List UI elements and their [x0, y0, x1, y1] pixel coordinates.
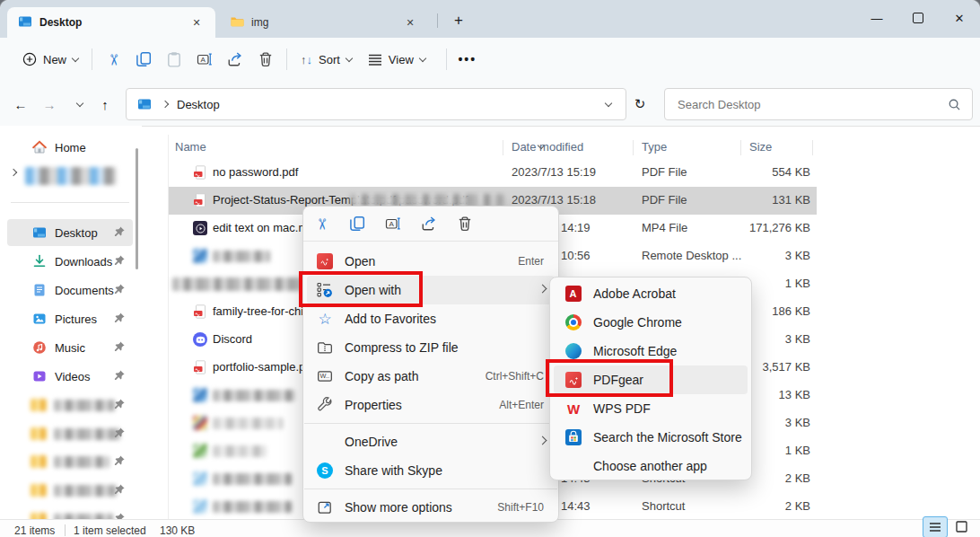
blurred-label — [54, 456, 109, 468]
blurred-label — [54, 428, 120, 440]
file-explorer-window: Desktop ✕ img ✕ + — ✕ New ✂ — [0, 0, 980, 537]
sidebar-scrollbar[interactable] — [136, 148, 138, 269]
paste-button[interactable] — [159, 44, 189, 75]
menu-item-add-to-favorites[interactable]: Add to Favorites — [307, 304, 555, 333]
icons-view-toggle[interactable] — [949, 516, 973, 536]
blurred-name — [172, 277, 305, 291]
submenu-item-adobe-acrobat[interactable]: A Adobe Acrobat — [554, 279, 748, 308]
sidebar-item-blurred-folder[interactable] — [7, 477, 133, 504]
sidebar-item-videos[interactable]: Videos — [7, 363, 133, 390]
minimize-button[interactable]: — — [856, 0, 897, 36]
desktop-icon — [32, 225, 47, 240]
menu-item-onedrive[interactable]: OneDrive — [307, 427, 555, 456]
column-header-name[interactable]: Name — [175, 140, 206, 154]
sidebar-item-home[interactable]: Home — [7, 134, 133, 161]
items-count: 21 items — [14, 524, 55, 537]
plus-circle-icon — [22, 52, 37, 66]
selection-size: 130 KB — [160, 524, 195, 537]
refresh-button[interactable]: ↻ — [628, 92, 652, 116]
sort-button[interactable]: ↑↓ Sort — [293, 44, 360, 75]
pdf-icon — [193, 360, 207, 374]
forward-button[interactable]: → — [38, 92, 61, 116]
menu-item-properties[interactable]: Properties Alt+Enter — [307, 391, 555, 419]
menu-item-open[interactable]: Open Enter — [307, 247, 555, 276]
wrench-icon — [316, 397, 334, 413]
breadcrumb-location[interactable]: Desktop — [177, 98, 220, 111]
rename-icon: A — [385, 216, 401, 232]
column-header-size[interactable]: Size — [749, 140, 772, 154]
chrome-icon — [565, 314, 582, 330]
pin-icon — [113, 427, 126, 442]
recent-locations-button[interactable] — [68, 92, 92, 116]
copy-button[interactable] — [345, 211, 370, 236]
desktop-icon — [137, 97, 152, 111]
rename-button[interactable]: A — [381, 211, 406, 236]
share-button[interactable] — [416, 211, 442, 236]
blurred-label — [25, 167, 117, 185]
sidebar-item-blurred-folder[interactable] — [7, 448, 133, 475]
downloads-icon — [32, 254, 47, 268]
pin-icon — [113, 283, 126, 298]
copy-button[interactable] — [128, 44, 159, 75]
submenu-item-wps-pdf[interactable]: WPS PDF — [554, 394, 748, 423]
submenu-item-google-chrome[interactable]: Google Chrome — [554, 308, 748, 337]
sidebar-item-blurred-account[interactable] — [7, 163, 133, 189]
search-input[interactable] — [676, 97, 948, 112]
address-dropdown-icon[interactable] — [605, 99, 612, 106]
details-view-icon — [929, 522, 941, 533]
see-more-button[interactable] — [452, 44, 483, 75]
sidebar-item-desktop[interactable]: Desktop — [7, 219, 133, 246]
close-button[interactable]: ✕ — [939, 0, 980, 36]
sidebar-item-music[interactable]: Music — [7, 334, 133, 361]
maximize-button[interactable] — [897, 0, 939, 36]
close-tab-icon[interactable]: ✕ — [187, 13, 206, 32]
new-button[interactable]: New — [14, 44, 86, 75]
breadcrumb[interactable]: Desktop — [126, 88, 626, 120]
share-button[interactable] — [220, 44, 250, 75]
delete-button[interactable] — [250, 44, 281, 75]
menu-item-compress-zip[interactable]: Compress to ZIP file — [307, 333, 555, 362]
sidebar-item-downloads[interactable]: Downloads — [7, 248, 133, 275]
star-icon — [318, 312, 331, 327]
cut-button[interactable]: ✂ — [309, 211, 334, 236]
up-button[interactable]: ↑ — [93, 92, 117, 116]
selection-count: 1 item selected — [74, 524, 146, 537]
menu-item-show-more-options[interactable]: Show more options Shift+F10 — [307, 493, 555, 522]
close-tab-icon[interactable]: ✕ — [400, 13, 420, 32]
sidebar-item-blurred-folder[interactable] — [7, 392, 133, 418]
open-with-submenu: A Adobe Acrobat Google Chrome Microsoft … — [549, 277, 752, 480]
sidebar-item-pictures[interactable]: Pictures — [7, 305, 133, 332]
submenu-chevron-icon — [538, 285, 547, 294]
new-window-icon — [316, 499, 334, 515]
details-view-toggle[interactable] — [923, 516, 948, 537]
tab-label: img — [251, 16, 268, 29]
submenu-item-microsoft-edge[interactable]: Microsoft Edge — [554, 337, 748, 365]
trash-icon — [258, 51, 274, 67]
delete-button[interactable] — [452, 211, 477, 236]
menu-item-copy-as-path[interactable]: W.. Copy as path Ctrl+Shift+C — [307, 362, 555, 391]
tab-desktop[interactable]: Desktop ✕ — [7, 7, 215, 38]
tab-img[interactable]: img ✕ — [219, 7, 429, 38]
submenu-item-choose-another-app[interactable]: Choose another app — [554, 452, 748, 480]
column-header-date[interactable]: Date modified — [512, 140, 583, 154]
back-button[interactable]: ← — [9, 92, 32, 116]
submenu-item-search-store[interactable]: Search the Microsoft Store — [554, 423, 748, 452]
menu-item-share-skype[interactable]: S Share with Skype — [307, 456, 555, 485]
sidebar-item-documents[interactable]: Documents — [7, 277, 133, 304]
column-header-type[interactable]: Type — [642, 140, 667, 154]
share-icon — [421, 216, 437, 232]
view-lines-icon — [368, 53, 382, 66]
blurred-folder-icon — [31, 399, 47, 411]
view-button[interactable]: View — [360, 44, 433, 75]
command-bar: New ✂ A ↑↓ Sort View — [0, 38, 980, 81]
menu-item-open-with[interactable]: Open with — [307, 276, 555, 304]
sidebar-item-blurred-folder[interactable] — [7, 420, 133, 447]
file-row[interactable]: no password.pdf 2023/7/13 15:19 PDF File… — [169, 159, 817, 187]
cut-button[interactable]: ✂ — [98, 44, 128, 75]
rename-button[interactable]: A — [189, 44, 220, 75]
pin-icon — [113, 483, 126, 498]
discord-icon — [193, 332, 207, 347]
blurred-folder-icon — [31, 427, 47, 440]
submenu-item-pdfgear[interactable]: PDFgear — [554, 365, 748, 394]
new-tab-button[interactable]: + — [447, 9, 470, 32]
